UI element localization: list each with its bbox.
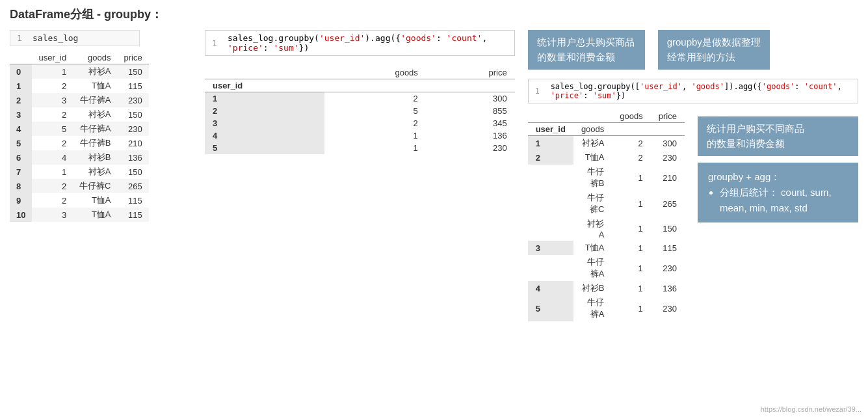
middle-section: 1 sales_log.groupby('user_id').agg({'goo… [205,30,515,154]
table-row: 1 [10,79,32,93]
table-row: 115 [118,193,149,208]
table-row: 牛仔裤A [573,255,612,281]
table-row: 2 [32,179,73,193]
table-row: 1 [612,281,650,295]
table-row: 4 [32,150,73,165]
col-goods: goods [73,51,117,64]
saleslog-box: 1 sales_log [10,30,140,46]
code-content-1: sales_log.groupby('user_id').agg({'goods… [228,33,508,53]
code-v1: 'count' [447,33,482,43]
table-row: 牛仔裤A [73,122,117,136]
table-row: 5 [528,295,573,321]
table-row: 衬衫B [73,150,117,165]
info-box4-title: groupby + agg： [708,171,780,182]
table-row: 2 [32,107,73,122]
table-row: 5 [10,136,32,150]
table-row: 3 [32,93,73,107]
code-v2: 'sum' [273,43,298,53]
table-row: 4 [10,122,32,136]
table-row: 150 [118,64,149,79]
info-box-1: 统计用户总共购买商品的数量和消费金额 [528,30,645,70]
table-row: 9 [10,193,32,208]
table-row: 230 [118,93,149,107]
table-row: 210 [651,165,685,191]
table-row: 1 [612,165,650,191]
table-row: T恤A [573,241,612,255]
table-row: T恤A [73,79,117,93]
code-box-1: 1 sales_log.groupby('user_id').agg({'goo… [205,30,515,56]
page-title: DataFrame分组 - groupby： [10,7,858,22]
table-row: 136 [651,281,685,295]
table-row: 2 [205,105,324,117]
code-var: sales_log [228,33,273,43]
watermark: https://blog.csdn.net/wezar/39... [761,405,861,413]
info-box4-bullet: 分组后统计： count, sum, mean, min, max, std [720,185,848,216]
gt1-col-userid [205,66,324,79]
table-row: 牛仔裤C [573,191,612,217]
table-row: 2 [32,136,73,150]
gt2-col-price: price [651,110,685,123]
table-row: 1 [32,64,73,79]
table-row: 230 [426,142,515,154]
gt1-col-goods: goods [324,66,426,79]
table-row: 150 [118,165,149,179]
table-row: 345 [426,117,515,129]
table-row: 1 [32,165,73,179]
col-price: price [118,51,149,64]
info-box-2: groupby是做数据整理经常用到的方法 [658,30,770,70]
code-k2: 'price' [228,43,263,53]
table-row: 5 [205,142,324,154]
table-row: 2 [32,79,73,93]
table-row: 4 [205,129,324,142]
table-row: 265 [651,191,685,217]
table-row: 0 [10,64,32,79]
code-box-2: 1 sales_log.groupby(['user_id', 'goods']… [528,79,858,103]
table-row: 衬衫B [573,281,612,295]
table-row: 2 [612,136,650,151]
table-row [528,191,573,217]
gt2-row-goods: goods [573,123,612,136]
line-num-2: 1 [535,87,546,96]
table-row: 3 [205,117,324,129]
saleslog-label: sales_log [33,33,78,43]
table-row: 300 [426,92,515,105]
line-num-1: 1 [212,38,222,48]
table-row: 1 [612,295,650,321]
table-row: 5 [32,122,73,136]
table-row: 4 [528,281,573,295]
table-row: 牛仔裤B [73,136,117,150]
table-row [528,165,573,191]
table-row: 115 [651,241,685,255]
table-row: 3 [528,241,573,255]
table-row: 1 [612,191,650,217]
table-row: 2 [324,117,426,129]
left-panel: 1 sales_log user_id goods price 01衬衫A150… [10,30,198,222]
table-row: 2 [10,93,32,107]
table-row: 265 [118,179,149,193]
table-row: 衬衫A [573,217,612,241]
gt1-row-userid-label: user_id [205,79,324,92]
table-row: 衬衫A [73,107,117,122]
table-row: 150 [118,107,149,122]
table-row: 2 [612,150,650,165]
right-section: 统计用户总共购买商品的数量和消费金额 groupby是做数据整理经常用到的方法 … [528,30,858,321]
table-row: 10 [10,208,32,222]
table-row: 136 [118,150,149,165]
table-row: 衬衫A [73,165,117,179]
table-row: 5 [324,105,426,117]
gt2-col-goods: goods [612,110,650,123]
table-row [528,217,573,241]
table-row: 2 [528,150,573,165]
gt2-row-userid: user_id [528,123,573,136]
table-row: T恤A [73,208,117,222]
grouped-table-2: goods price user_id goods 1衬衫A23002T恤A22… [528,110,685,321]
table-row: 衬衫A [73,64,117,79]
table-row: 牛仔裤A [73,93,117,107]
table-row: 150 [651,217,685,241]
table-row: 230 [651,295,685,321]
table-row: 8 [10,179,32,193]
table-row [528,255,573,281]
table-row: 7 [10,165,32,179]
table-row: T恤A [73,193,117,208]
table-row: T恤A [573,150,612,165]
